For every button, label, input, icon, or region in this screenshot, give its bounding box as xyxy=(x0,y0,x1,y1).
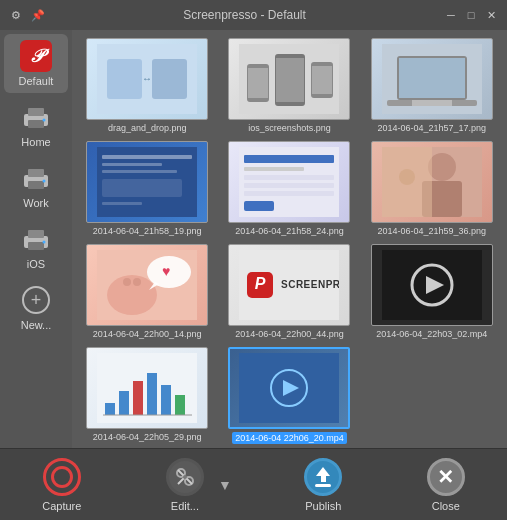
svg-point-11 xyxy=(43,241,46,244)
thumbnail-label: 2014-06-04_22h00_14.png xyxy=(93,329,202,339)
thumbnail-image xyxy=(371,38,493,120)
list-item[interactable]: 2014-06-04_22h05_29.png xyxy=(80,347,214,444)
svg-text:♥: ♥ xyxy=(162,263,170,279)
svg-rect-32 xyxy=(102,179,182,197)
svg-point-49 xyxy=(133,278,141,286)
svg-rect-35 xyxy=(244,155,334,163)
ios-printer-icon xyxy=(20,223,52,255)
capture-button[interactable]: Capture xyxy=(30,452,93,518)
new-icon: + xyxy=(20,284,52,316)
list-item[interactable]: 2014-06-04_21h58_24.png xyxy=(222,141,356,236)
thumbnail-image xyxy=(86,347,208,429)
list-item[interactable]: 2014-06-04 22h06_20.mp4 xyxy=(222,347,356,444)
svg-rect-33 xyxy=(102,202,142,205)
publish-button[interactable]: Publish xyxy=(292,452,354,518)
capture-inner-circle xyxy=(51,466,73,488)
sidebar: 𝒫 Default Home xyxy=(0,30,72,448)
thumbnail-image: P SCREENPRESSO xyxy=(228,244,350,326)
svg-rect-10 xyxy=(28,242,44,250)
main-content: 𝒫 Default Home xyxy=(0,30,507,448)
capture-icon xyxy=(43,458,81,496)
svg-rect-31 xyxy=(102,170,177,173)
close-button[interactable]: ✕ xyxy=(483,8,499,22)
list-item[interactable]: 2014-06-04_21h59_36.png xyxy=(365,141,499,236)
home-printer-icon xyxy=(20,101,52,133)
svg-line-74 xyxy=(178,478,184,484)
x-symbol: ✕ xyxy=(437,467,454,487)
list-item[interactable]: 2014-06-04_21h57_17.png xyxy=(365,38,499,133)
svg-rect-62 xyxy=(119,391,129,415)
close-icon: ✕ xyxy=(427,458,465,496)
svg-rect-14 xyxy=(152,59,187,99)
bottom-toolbar: Capture Edit... ▼ xyxy=(0,448,507,520)
svg-rect-13 xyxy=(107,59,142,99)
svg-rect-25 xyxy=(399,58,465,98)
thumbnail-image xyxy=(86,141,208,223)
minimize-button[interactable]: ─ xyxy=(443,8,459,22)
maximize-button[interactable]: □ xyxy=(463,8,479,22)
title-bar-title: Screenpresso - Default xyxy=(46,8,443,22)
sidebar-item-new[interactable]: + New... xyxy=(4,278,68,337)
edit-dropdown-arrow[interactable]: ▼ xyxy=(218,477,232,493)
gear-icon[interactable]: ⚙ xyxy=(8,7,24,23)
thumbnail-label: 2014-06-04_22h05_29.png xyxy=(93,432,202,442)
svg-rect-36 xyxy=(244,167,304,171)
svg-text:SCREENPRESSO: SCREENPRESSO xyxy=(281,279,339,290)
edit-group: Edit... ▼ xyxy=(154,452,232,518)
svg-rect-64 xyxy=(147,373,157,415)
thumbnail-label: 2014-06-04_22h00_44.png xyxy=(235,329,344,339)
list-item[interactable]: ios_screenshots.png xyxy=(222,38,356,133)
svg-rect-1 xyxy=(28,108,44,116)
svg-rect-39 xyxy=(244,191,334,196)
sidebar-label-work: Work xyxy=(23,197,48,209)
sidebar-item-default[interactable]: 𝒫 Default xyxy=(4,34,68,93)
thumbnail-label: ios_screenshots.png xyxy=(248,123,331,133)
pin-icon[interactable]: 📌 xyxy=(30,7,46,23)
title-bar-controls: ─ □ ✕ xyxy=(443,8,499,22)
svg-rect-63 xyxy=(133,381,143,415)
svg-rect-66 xyxy=(175,395,185,415)
publish-icon xyxy=(304,458,342,496)
svg-rect-9 xyxy=(28,230,44,238)
svg-text:↔: ↔ xyxy=(142,73,152,84)
list-item[interactable]: ♥ 2014-06-04_22h00_14.png xyxy=(80,244,214,339)
svg-point-48 xyxy=(123,278,131,286)
svg-text:P: P xyxy=(255,275,266,292)
sidebar-label-default: Default xyxy=(19,75,54,87)
close-toolbar-button[interactable]: ✕ Close xyxy=(415,452,477,518)
list-item[interactable]: 2014-06-04_21h58_19.png xyxy=(80,141,214,236)
scissors-svg xyxy=(174,466,196,488)
upload-arrow-icon xyxy=(315,467,331,487)
sidebar-item-home[interactable]: Home xyxy=(4,95,68,154)
svg-point-45 xyxy=(399,169,415,185)
thumbnail-label: 2014-06-04_21h59_36.png xyxy=(378,226,487,236)
thumbnail-image xyxy=(228,347,350,429)
thumbnail-image: ♥ xyxy=(86,244,208,326)
sidebar-label-new: New... xyxy=(21,319,52,331)
svg-rect-65 xyxy=(161,385,171,415)
thumbnail-label: 2014-06-04_21h57_17.png xyxy=(378,123,487,133)
svg-rect-5 xyxy=(28,169,44,177)
plus-icon: + xyxy=(22,286,50,314)
title-bar: ⚙ 📌 Screenpresso - Default ─ □ ✕ xyxy=(0,0,507,30)
svg-rect-18 xyxy=(248,68,268,98)
sidebar-item-ios[interactable]: iOS xyxy=(4,217,68,276)
sidebar-item-work[interactable]: Work xyxy=(4,156,68,215)
svg-point-7 xyxy=(43,180,46,183)
list-item[interactable]: ↔ drag_and_drop.png xyxy=(80,38,214,133)
svg-rect-40 xyxy=(244,201,274,211)
list-item[interactable]: 2014-06-04_22h03_02.mp4 xyxy=(365,244,499,339)
edit-button[interactable]: Edit... xyxy=(154,452,216,518)
publish-label: Publish xyxy=(305,500,341,512)
thumbnail-image xyxy=(371,244,493,326)
svg-rect-6 xyxy=(28,181,44,189)
svg-point-3 xyxy=(43,119,46,122)
close-label: Close xyxy=(432,500,460,512)
thumbnail-grid: ↔ drag_and_drop.png xyxy=(80,38,499,444)
default-icon: 𝒫 xyxy=(20,40,52,72)
thumbnail-image xyxy=(228,38,350,120)
edit-icon xyxy=(166,458,204,496)
content-area[interactable]: ↔ drag_and_drop.png xyxy=(72,30,507,448)
title-bar-left-icons: ⚙ 📌 xyxy=(8,7,46,23)
list-item[interactable]: P SCREENPRESSO 2014-06-04_22h00_44.png xyxy=(222,244,356,339)
